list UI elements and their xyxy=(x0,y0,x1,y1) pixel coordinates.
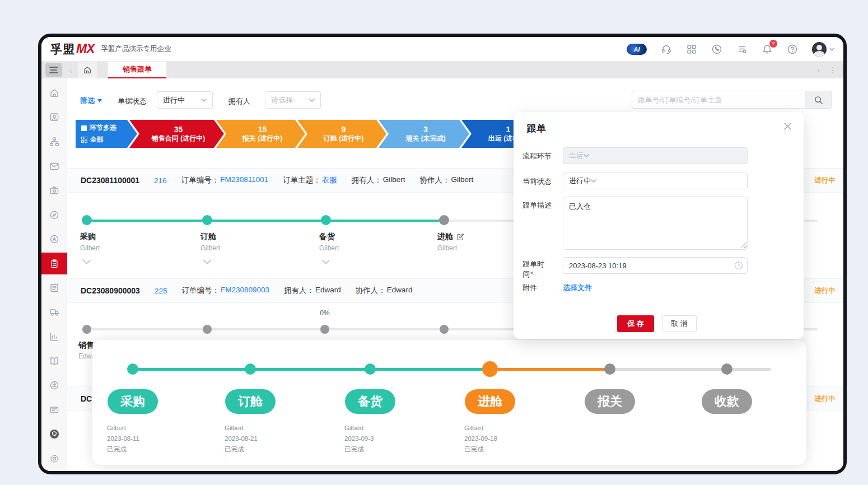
sidebar-item-documents-icon[interactable] xyxy=(41,398,67,422)
current-status-select[interactable]: 进行中 xyxy=(563,172,748,189)
description-label: 跟单描述 xyxy=(522,200,559,211)
search-button[interactable] xyxy=(805,91,832,109)
stage-all-label: 全部 xyxy=(90,135,104,144)
phone-call-icon[interactable] xyxy=(711,44,722,55)
popup-node-dot xyxy=(721,363,732,375)
modal-title: 跟单 xyxy=(527,122,790,135)
tab-scroll-right-icon[interactable]: › xyxy=(817,66,820,74)
checkbox-icon[interactable] xyxy=(81,125,87,131)
timeline-node-dot xyxy=(82,325,91,334)
sidebar-item-mail-icon[interactable] xyxy=(41,154,67,179)
home-tab-icon[interactable] xyxy=(78,62,97,78)
logo: 孚盟 xyxy=(50,41,75,57)
sidebar-item-org-icon[interactable] xyxy=(41,129,67,154)
menu-icon[interactable] xyxy=(45,63,62,77)
expand-chevron-icon[interactable] xyxy=(83,257,91,267)
back-icon[interactable]: ‹ xyxy=(69,66,72,75)
timeline-node-dot xyxy=(320,325,329,334)
owner-label: 拥有人： xyxy=(352,175,382,185)
popup-node-pill[interactable]: 订舱 xyxy=(225,389,276,414)
timeline-node-dot xyxy=(439,215,449,225)
popup-node-status: 已完成 xyxy=(464,444,497,455)
sidebar-item-logistics-icon[interactable] xyxy=(41,300,67,325)
popup-node-pill[interactable]: 采购 xyxy=(108,389,158,414)
stage-chevron[interactable]: 35 销售合同 (进行中) xyxy=(129,120,224,148)
choose-file-link[interactable]: 选择文件 xyxy=(563,283,592,293)
order-no-link[interactable]: FM230809003 xyxy=(221,286,269,296)
help-icon[interactable] xyxy=(787,44,798,55)
order-doc-no: DC23081100001 xyxy=(81,176,139,185)
tracking-time-input[interactable] xyxy=(563,257,748,274)
timeline-node-person: Gilbert xyxy=(437,244,521,252)
cancel-button[interactable]: 取 消 xyxy=(662,315,697,332)
status-filter-select[interactable]: 进行中 xyxy=(157,91,213,109)
popup-node-person: Gilbert xyxy=(225,423,258,433)
screen: 孚盟 MX 孚盟产品演示专用企业 AI 7 ‹ 销售跟单 › ⋮ xyxy=(0,0,868,485)
popup-node-pill[interactable]: 报关 xyxy=(585,389,635,414)
stage-count: 15 xyxy=(258,125,267,134)
stage-label: 订舱 (进行中) xyxy=(324,134,363,143)
expand-chevron-icon[interactable] xyxy=(203,257,211,267)
sidebar-item-invoice-icon[interactable] xyxy=(41,276,67,300)
collab-value: Edward xyxy=(387,286,413,296)
process-select[interactable]: 出运 xyxy=(563,147,748,164)
tab-sales-tracking[interactable]: 销售跟单 xyxy=(108,62,166,78)
sidebar-item-settings-icon[interactable] xyxy=(41,446,67,471)
header-icons: AI 7 xyxy=(627,42,834,57)
timeline-node[interactable]: 订舱 Gilbert xyxy=(200,232,284,252)
order-days[interactable]: 216 xyxy=(154,176,167,185)
user-avatar[interactable] xyxy=(812,42,834,57)
search-input[interactable] xyxy=(632,91,805,109)
attachment-label: 附件 xyxy=(522,283,559,293)
popup-node-pill[interactable]: 收款 xyxy=(702,389,752,414)
current-status-label: 当前状态 xyxy=(522,176,559,186)
save-button[interactable]: 保 存 xyxy=(617,315,654,332)
status-badge: 进行中 xyxy=(815,286,836,296)
popup-node-pill[interactable]: 备货 xyxy=(345,389,395,414)
progress-percent: 0% xyxy=(312,309,337,317)
order-days[interactable]: 225 xyxy=(155,287,167,295)
timeline-node[interactable]: 进舱 Gilbert xyxy=(437,232,521,252)
timeline-node[interactable]: 采购 Gilbert xyxy=(80,232,164,252)
sidebar-item-home-icon[interactable] xyxy=(41,81,67,105)
tasks-list-icon[interactable] xyxy=(736,44,748,55)
filter-button[interactable]: 筛选 xyxy=(80,96,102,106)
sidebar-item-report-icon[interactable] xyxy=(41,324,67,349)
sidebar-item-shipping-icon[interactable] xyxy=(41,373,67,398)
expand-chevron-icon[interactable] xyxy=(322,257,330,267)
owner-filter-label: 拥有人 xyxy=(228,96,250,106)
notifications-bell-icon[interactable]: 7 xyxy=(762,44,773,55)
popup-node-status: 已完成 xyxy=(344,444,374,455)
sidebar-item-ledger-icon[interactable] xyxy=(41,349,67,374)
tab-more-icon[interactable]: ⋮ xyxy=(829,66,837,74)
popup-node-pill[interactable]: 进舱 xyxy=(465,389,515,414)
timeline-node[interactable]: 备货 Gilbert xyxy=(319,232,403,252)
stage-chevron[interactable]: 9 订舱 (进行中) xyxy=(297,120,386,148)
sidebar-item-contacts-icon[interactable] xyxy=(41,105,67,130)
subject-link[interactable]: 衣服 xyxy=(322,175,337,185)
sidebar-item-target-icon[interactable] xyxy=(41,227,67,252)
support-headset-icon[interactable] xyxy=(661,44,672,55)
order-no-link[interactable]: FM230811001 xyxy=(220,175,268,185)
popup-node-info: Gilbert 2023-08-21 已完成 xyxy=(225,423,258,455)
collab-label: 协作人： xyxy=(356,286,386,296)
popup-node-dot xyxy=(604,363,615,375)
ai-assistant-icon[interactable]: AI xyxy=(627,44,647,55)
stage-all[interactable]: 环节多选 全部 xyxy=(76,120,137,148)
stage-chevron[interactable]: 3 清关 (未完成) xyxy=(379,120,469,148)
apps-grid-icon[interactable] xyxy=(686,44,697,55)
order-doc-no: DC23080900003 xyxy=(81,286,140,295)
popup-node-dot xyxy=(365,363,376,375)
edit-icon[interactable] xyxy=(456,233,464,241)
current-status-value: 进行中 xyxy=(569,176,591,186)
stage-count: 35 xyxy=(174,125,183,134)
sidebar-item-wechat-icon[interactable] xyxy=(41,422,67,447)
owner-filter-select[interactable]: 请选择 xyxy=(265,91,321,109)
description-textarea[interactable]: 已入仓 xyxy=(563,197,748,250)
sidebar-item-compass-icon[interactable] xyxy=(41,203,67,227)
sidebar-item-products-icon[interactable] xyxy=(41,178,67,203)
subject-label: 订单主题： xyxy=(283,175,321,185)
close-icon[interactable] xyxy=(784,122,791,132)
stage-chevron[interactable]: 15 报关 (进行中) xyxy=(216,120,305,148)
sidebar-item-tracking-icon[interactable] xyxy=(41,253,67,274)
